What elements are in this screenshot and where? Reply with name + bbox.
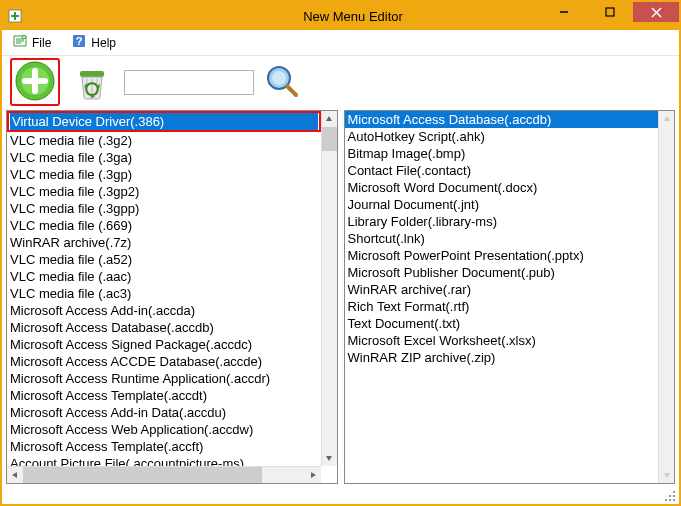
file-menu-icon [12, 33, 28, 52]
scroll-up-button[interactable] [322, 111, 337, 127]
list-item[interactable]: Microsoft Access Add-in(.accda) [7, 302, 321, 319]
list-item[interactable]: VLC media file (.3gp) [7, 166, 321, 183]
svg-marker-21 [326, 116, 332, 121]
svg-marker-22 [326, 456, 332, 461]
list-item[interactable]: VLC media file (.3g2) [7, 132, 321, 149]
hscroll-track[interactable] [23, 467, 305, 483]
app-icon [2, 2, 27, 30]
statusbar [2, 486, 679, 504]
list-item[interactable]: VLC media file (.669) [7, 217, 321, 234]
list-item[interactable]: Microsoft Access Web Application(.accdw) [7, 421, 321, 438]
svg-marker-23 [12, 472, 17, 478]
list-item[interactable]: Microsoft Access Template(.accdt) [7, 387, 321, 404]
svg-rect-30 [665, 499, 667, 501]
svg-rect-2 [606, 8, 614, 16]
svg-rect-32 [673, 499, 675, 501]
scroll-thumb[interactable] [322, 127, 337, 151]
scroll-up-button[interactable] [659, 111, 674, 127]
scroll-down-button[interactable] [659, 467, 674, 483]
svg-rect-11 [80, 71, 104, 77]
list-item[interactable]: VLC media file (.aac) [7, 268, 321, 285]
list-item[interactable]: Microsoft PowerPoint Presentation(.pptx) [345, 247, 659, 264]
list-item[interactable]: Microsoft Access Database(.accdb) [7, 319, 321, 336]
list-item[interactable]: Library Folder(.library-ms) [345, 213, 659, 230]
list-item[interactable]: VLC media file (.a52) [7, 251, 321, 268]
left-pane: Virtual Device Driver(.386)VLC media fil… [6, 110, 338, 484]
list-item[interactable]: Text Document(.txt) [345, 315, 659, 332]
list-item[interactable]: Rich Text Format(.rtf) [345, 298, 659, 315]
menu-help[interactable]: ? Help [67, 31, 120, 54]
menu-file[interactable]: File [8, 31, 55, 54]
list-item[interactable]: Microsoft Publisher Document(.pub) [345, 264, 659, 281]
list-item[interactable]: Microsoft Word Document(.docx) [345, 179, 659, 196]
svg-marker-25 [664, 116, 670, 121]
list-item[interactable]: Contact File(.contact) [345, 162, 659, 179]
svg-point-19 [272, 71, 286, 85]
resize-grip[interactable] [662, 488, 677, 503]
titlebar[interactable]: New Menu Editor [2, 2, 679, 30]
list-item[interactable]: VLC media file (.3gpp) [7, 200, 321, 217]
search-box[interactable] [124, 70, 254, 95]
list-item[interactable]: Microsoft Access Add-in Data(.accdu) [7, 404, 321, 421]
toolbar [2, 56, 679, 108]
recycle-bin-icon [72, 61, 112, 104]
svg-text:?: ? [76, 35, 83, 47]
left-vertical-scrollbar[interactable] [321, 111, 337, 466]
magnifier-icon [265, 64, 299, 101]
maximize-button[interactable] [587, 2, 633, 22]
menubar: File ? Help [2, 30, 679, 56]
list-item[interactable]: Microsoft Access Runtime Application(.ac… [7, 370, 321, 387]
list-item[interactable]: Journal Document(.jnt) [345, 196, 659, 213]
close-button[interactable] [633, 2, 679, 22]
list-item[interactable]: Microsoft Access ACCDE Database(.accde) [7, 353, 321, 370]
menu-file-label: File [32, 36, 51, 50]
add-icon [14, 60, 56, 105]
search-input[interactable] [129, 73, 249, 92]
list-item[interactable]: Microsoft Excel Worksheet(.xlsx) [345, 332, 659, 349]
list-item[interactable]: VLC media file (.3gp2) [7, 183, 321, 200]
list-item[interactable]: Virtual Device Driver(.386) [7, 111, 321, 132]
svg-rect-31 [669, 499, 671, 501]
svg-rect-28 [669, 495, 671, 497]
right-pane: Microsoft Access Database(.accdb)AutoHot… [344, 110, 676, 484]
list-item[interactable]: WinRAR archive(.rar) [345, 281, 659, 298]
svg-line-20 [287, 86, 296, 95]
right-list[interactable]: Microsoft Access Database(.accdb)AutoHot… [345, 111, 675, 483]
list-item[interactable]: WinRAR ZIP archive(.zip) [345, 349, 659, 366]
list-item[interactable]: Bitmap Image(.bmp) [345, 145, 659, 162]
scroll-track[interactable] [322, 127, 337, 450]
scroll-track[interactable] [659, 127, 674, 467]
svg-rect-29 [673, 495, 675, 497]
scroll-left-button[interactable] [7, 467, 23, 483]
list-item[interactable]: VLC media file (.ac3) [7, 285, 321, 302]
hscroll-thumb[interactable] [23, 467, 262, 483]
left-list[interactable]: Virtual Device Driver(.386)VLC media fil… [7, 111, 337, 483]
help-menu-icon: ? [71, 33, 87, 52]
list-item[interactable]: Microsoft Access Template(.accft) [7, 438, 321, 455]
list-item[interactable]: VLC media file (.3ga) [7, 149, 321, 166]
list-item[interactable]: Microsoft Access Signed Package(.accdc) [7, 336, 321, 353]
list-item[interactable]: AutoHotkey Script(.ahk) [345, 128, 659, 145]
svg-marker-24 [311, 472, 316, 478]
search-button[interactable] [264, 64, 300, 100]
left-horizontal-scrollbar[interactable] [7, 466, 321, 483]
list-item[interactable]: WinRAR archive(.7z) [7, 234, 321, 251]
add-button[interactable] [10, 58, 60, 106]
menu-help-label: Help [91, 36, 116, 50]
scroll-down-button[interactable] [322, 450, 337, 466]
app-window: New Menu Editor File ? Help [0, 0, 681, 506]
panes: Virtual Device Driver(.386)VLC media fil… [2, 108, 679, 486]
scroll-right-button[interactable] [305, 467, 321, 483]
svg-rect-27 [673, 491, 675, 493]
list-item[interactable]: Microsoft Access Database(.accdb) [345, 111, 659, 128]
svg-marker-26 [664, 473, 670, 478]
minimize-button[interactable] [541, 2, 587, 22]
list-item[interactable]: Shortcut(.lnk) [345, 230, 659, 247]
trash-button[interactable] [70, 60, 114, 104]
right-vertical-scrollbar[interactable] [658, 111, 674, 483]
